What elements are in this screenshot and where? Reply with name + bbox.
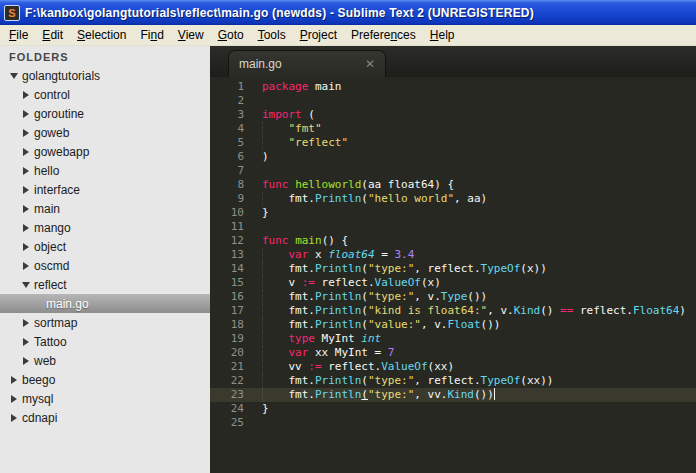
code-line-24[interactable]: 24} — [210, 402, 696, 416]
triangle-right-icon[interactable] — [20, 110, 32, 118]
menu-edit[interactable]: Edit — [35, 26, 70, 44]
triangle-right-icon[interactable] — [20, 243, 32, 251]
code-line-12[interactable]: 12func main() { — [210, 234, 696, 248]
tree-folder-goroutine[interactable]: goroutine — [0, 104, 210, 123]
triangle-right-icon[interactable] — [20, 148, 32, 156]
code-line-3[interactable]: 3import ( — [210, 108, 696, 122]
code-line-6[interactable]: 6) — [210, 150, 696, 164]
tree-folder-interface[interactable]: interface — [0, 180, 210, 199]
code-line-5[interactable]: 5 "reflect" — [210, 136, 696, 150]
triangle-right-icon[interactable] — [20, 129, 32, 137]
tree-folder-hello[interactable]: hello — [0, 161, 210, 180]
line-content: fmt.Println("type:", vv.Kind()) — [262, 388, 495, 402]
menu-preferences[interactable]: Preferences — [344, 26, 423, 44]
triangle-right-icon[interactable] — [20, 186, 32, 194]
tree-folder-gowebapp[interactable]: gowebapp — [0, 142, 210, 161]
tree-item-label: mysql — [20, 392, 53, 406]
code-line-20[interactable]: 20 var xx MyInt = 7 — [210, 346, 696, 360]
line-number: 6 — [210, 150, 244, 164]
code-line-25[interactable]: 25 — [210, 416, 696, 430]
triangle-right-icon[interactable] — [8, 414, 20, 422]
menu-project[interactable]: Project — [293, 26, 344, 44]
line-number: 1 — [210, 80, 244, 94]
sublime-text-icon[interactable]: S — [4, 5, 20, 21]
main-split: FOLDERS golangtutorialscontrolgoroutineg… — [0, 46, 696, 473]
line-number: 11 — [210, 220, 244, 234]
code-line-16[interactable]: 16 fmt.Println("type:", v.Type()) — [210, 290, 696, 304]
triangle-right-icon[interactable] — [20, 167, 32, 175]
menu-tools[interactable]: Tools — [251, 26, 293, 44]
title-bar[interactable]: S F:\kanbox\golangtutorials\reflect\main… — [0, 0, 696, 25]
code-line-4[interactable]: 4 "fmt" — [210, 122, 696, 136]
line-content: fmt.Println("value:", v.Float()) — [262, 318, 500, 332]
tree-folder-sortmap[interactable]: sortmap — [0, 313, 210, 332]
menu-file[interactable]: File — [2, 26, 35, 44]
tree-item-label: goroutine — [32, 107, 84, 121]
tree-file-main.go[interactable]: main.go — [0, 294, 210, 313]
code-line-7[interactable]: 7 — [210, 164, 696, 178]
line-number: 14 — [210, 262, 244, 276]
line-content: } — [262, 206, 269, 220]
indent-guide — [262, 262, 263, 276]
code-line-18[interactable]: 18 fmt.Println("value:", v.Float()) — [210, 318, 696, 332]
triangle-right-icon[interactable] — [20, 357, 32, 365]
triangle-right-icon[interactable] — [20, 262, 32, 270]
tree-item-label: golangtutorials — [20, 69, 100, 83]
tree-folder-reflect[interactable]: reflect — [0, 275, 210, 294]
line-content: fmt.Println("type:", v.Type()) — [262, 290, 487, 304]
code-line-22[interactable]: 22 fmt.Println("type:", reflect.TypeOf(x… — [210, 374, 696, 388]
code-area[interactable]: 1package main23import (4 "fmt"5 "reflect… — [210, 77, 696, 473]
tree-folder-goweb[interactable]: goweb — [0, 123, 210, 142]
code-line-8[interactable]: 8func helloworld(aa float64) { — [210, 178, 696, 192]
indent-guide — [262, 122, 263, 136]
tree-folder-control[interactable]: control — [0, 85, 210, 104]
tab-close-icon[interactable]: ✕ — [365, 58, 375, 70]
code-line-23[interactable]: 23 fmt.Println("type:", vv.Kind()) — [210, 388, 696, 402]
triangle-right-icon[interactable] — [8, 395, 20, 403]
code-line-11[interactable]: 11 — [210, 220, 696, 234]
code-line-15[interactable]: 15 v := reflect.ValueOf(x) — [210, 276, 696, 290]
tree-folder-oscmd[interactable]: oscmd — [0, 256, 210, 275]
triangle-right-icon[interactable] — [20, 91, 32, 99]
triangle-down-icon[interactable] — [8, 73, 20, 79]
tree-folder-web[interactable]: web — [0, 351, 210, 370]
triangle-right-icon[interactable] — [20, 319, 32, 327]
tree-folder-mysql[interactable]: mysql — [0, 389, 210, 408]
code-line-2[interactable]: 2 — [210, 94, 696, 108]
triangle-right-icon[interactable] — [8, 376, 20, 384]
triangle-down-icon[interactable] — [20, 282, 32, 288]
triangle-right-icon[interactable] — [20, 338, 32, 346]
menu-help[interactable]: Help — [423, 26, 462, 44]
triangle-right-icon[interactable] — [20, 224, 32, 232]
tree-folder-beego[interactable]: beego — [0, 370, 210, 389]
tab-main-go[interactable]: main.go ✕ — [228, 50, 386, 77]
code-line-21[interactable]: 21 vv := reflect.ValueOf(xx) — [210, 360, 696, 374]
code-line-14[interactable]: 14 fmt.Println("type:", reflect.TypeOf(x… — [210, 262, 696, 276]
menu-goto[interactable]: Goto — [211, 26, 251, 44]
tree-folder-main[interactable]: main — [0, 199, 210, 218]
code-line-13[interactable]: 13 var x float64 = 3.4 — [210, 248, 696, 262]
line-number: 9 — [210, 192, 244, 206]
line-content: vv := reflect.ValueOf(xx) — [262, 360, 454, 374]
code-line-1[interactable]: 1package main — [210, 80, 696, 94]
code-line-17[interactable]: 17 fmt.Println("kind is float64:", v.Kin… — [210, 304, 696, 318]
indent-guide — [262, 318, 263, 332]
window-title: F:\kanbox\golangtutorials\reflect\main.g… — [25, 6, 534, 20]
code-line-9[interactable]: 9 fmt.Println("hello world", aa) — [210, 192, 696, 206]
code-line-19[interactable]: 19 type MyInt int — [210, 332, 696, 346]
tree-item-label: sortmap — [32, 316, 77, 330]
menu-view[interactable]: View — [171, 26, 211, 44]
tree-folder-object[interactable]: object — [0, 237, 210, 256]
menu-find[interactable]: Find — [133, 26, 170, 44]
indent-guide — [262, 304, 263, 318]
line-number: 13 — [210, 248, 244, 262]
triangle-right-icon[interactable] — [20, 205, 32, 213]
tree-folder-cdnapi[interactable]: cdnapi — [0, 408, 210, 427]
tree-folder-Tattoo[interactable]: Tattoo — [0, 332, 210, 351]
menu-selection[interactable]: Selection — [70, 26, 133, 44]
tree-folder-mango[interactable]: mango — [0, 218, 210, 237]
code-line-10[interactable]: 10} — [210, 206, 696, 220]
line-number: 16 — [210, 290, 244, 304]
line-content: fmt.Println("type:", reflect.TypeOf(x)) — [262, 262, 547, 276]
tree-folder-golangtutorials[interactable]: golangtutorials — [0, 66, 210, 85]
